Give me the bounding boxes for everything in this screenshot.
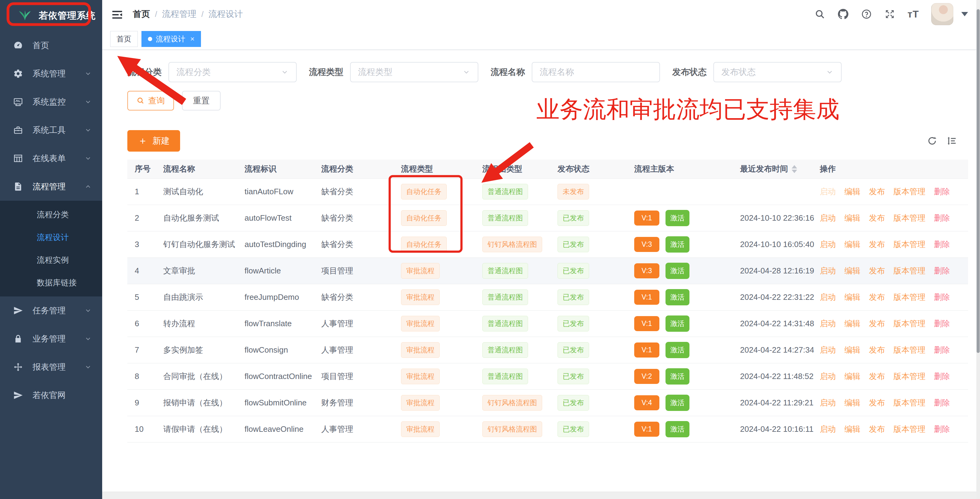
version-manage-link[interactable]: 版本管理 [894, 292, 925, 302]
start-link[interactable]: 启动 [820, 319, 836, 328]
tab-close-icon[interactable]: × [190, 35, 194, 43]
cell-actions: 启动编辑发布版本管理删除 [816, 371, 968, 382]
delete-link[interactable]: 删除 [934, 266, 950, 275]
version-manage-link[interactable]: 版本管理 [894, 424, 925, 434]
edit-link[interactable]: 编辑 [845, 319, 860, 328]
row-density-icon[interactable] [947, 136, 957, 146]
sidebar-item-online-forms[interactable]: 在线表单 [0, 144, 102, 172]
publish-link[interactable]: 发布 [869, 398, 885, 407]
delete-link[interactable]: 删除 [934, 187, 950, 196]
sidebar-item-report-management[interactable]: 报表管理 [0, 353, 102, 381]
publish-link[interactable]: 发布 [869, 345, 885, 354]
edit-link[interactable]: 编辑 [845, 345, 860, 354]
delete-link[interactable]: 删除 [934, 398, 950, 407]
start-link[interactable]: 启动 [820, 292, 836, 302]
publish-link[interactable]: 发布 [869, 424, 885, 434]
edit-link[interactable]: 编辑 [845, 266, 860, 275]
edit-link[interactable]: 编辑 [845, 398, 860, 407]
cell-process-key: flowTranslate [241, 319, 318, 328]
user-menu-caret-icon[interactable] [961, 12, 968, 16]
version-manage-link[interactable]: 版本管理 [894, 240, 925, 249]
tab-item[interactable]: 首页 [110, 31, 138, 47]
version-manage-link[interactable]: 版本管理 [894, 371, 925, 381]
sidebar-item-task-management[interactable]: 任务管理 [0, 297, 102, 325]
sidebar-item-database-link[interactable]: 数据库链接 [0, 271, 102, 294]
name-input[interactable] [532, 62, 660, 82]
publish-link[interactable]: 发布 [869, 319, 885, 328]
publish-link[interactable]: 发布 [869, 187, 885, 196]
sort-carets-icon[interactable] [792, 165, 797, 173]
move-icon [13, 362, 23, 372]
breadcrumb-item[interactable]: 首页 [133, 8, 150, 20]
publish-link[interactable]: 发布 [869, 213, 885, 223]
sidebar-item-process-management[interactable]: 流程管理 [0, 172, 102, 201]
diagram-type-tag: 普通流程图 [482, 210, 528, 226]
edit-link[interactable]: 编辑 [845, 240, 860, 249]
cell-category: 人事管理 [318, 318, 397, 329]
delete-link[interactable]: 删除 [934, 213, 950, 223]
edit-link[interactable]: 编辑 [845, 424, 860, 434]
sidebar-item-ruoyi-website[interactable]: 若依官网 [0, 381, 102, 410]
start-link[interactable]: 启动 [820, 266, 836, 275]
app-logo[interactable]: 若依管理系统 [0, 0, 102, 31]
publish-link[interactable]: 发布 [869, 266, 885, 275]
github-icon[interactable] [838, 9, 849, 20]
search-icon[interactable] [814, 9, 826, 20]
sidebar: 若依管理系统 首页系统管理系统监控系统工具在线表单流程管理流程分类流程设计流程实… [0, 0, 102, 499]
version-manage-link[interactable]: 版本管理 [894, 187, 925, 196]
status-select[interactable]: 发布状态 [713, 62, 842, 82]
start-link[interactable]: 启动 [820, 345, 836, 354]
delete-link[interactable]: 删除 [934, 345, 950, 354]
help-icon[interactable] [861, 9, 872, 20]
version-manage-link[interactable]: 版本管理 [894, 319, 925, 328]
sidebar-item-system-monitor[interactable]: 系统监控 [0, 88, 102, 116]
scrollbar-thumb[interactable] [977, 9, 980, 353]
start-link[interactable]: 启动 [820, 424, 836, 434]
start-link[interactable]: 启动 [820, 213, 836, 223]
edit-link[interactable]: 编辑 [845, 371, 860, 381]
delete-link[interactable]: 删除 [934, 240, 950, 249]
cell-process-key: autoTestDingding [241, 240, 318, 249]
sidebar-item-system-tools[interactable]: 系统工具 [0, 116, 102, 144]
edit-link[interactable]: 编辑 [845, 187, 860, 196]
bottom-scrollbar-track[interactable] [102, 492, 980, 499]
user-avatar[interactable] [931, 3, 953, 25]
font-size-icon[interactable]: тT [908, 9, 919, 20]
delete-link[interactable]: 删除 [934, 424, 950, 434]
start-link[interactable]: 启动 [820, 187, 836, 196]
version-manage-link[interactable]: 版本管理 [894, 213, 925, 223]
refresh-icon[interactable] [927, 136, 937, 146]
start-link[interactable]: 启动 [820, 371, 836, 381]
vertical-scrollbar[interactable] [976, 0, 980, 499]
search-button[interactable]: 查询 [127, 91, 174, 110]
sidebar-item-home[interactable]: 首页 [0, 31, 102, 59]
publish-link[interactable]: 发布 [869, 292, 885, 302]
version-manage-link[interactable]: 版本管理 [894, 345, 925, 354]
tab-active[interactable]: 流程设计× [142, 31, 201, 47]
version-manage-link[interactable]: 版本管理 [894, 266, 925, 275]
filter-category-label: 流程分类 [127, 66, 162, 78]
delete-link[interactable]: 删除 [934, 292, 950, 302]
version-manage-link[interactable]: 版本管理 [894, 398, 925, 407]
delete-link[interactable]: 删除 [934, 371, 950, 381]
sidebar-item-process-instance[interactable]: 流程实例 [0, 249, 102, 271]
active-badge: 激活 [665, 236, 689, 253]
type-select[interactable]: 流程类型 [350, 62, 478, 82]
start-link[interactable]: 启动 [820, 240, 836, 249]
cell-diagram-type: 普通流程图 [479, 368, 554, 384]
publish-link[interactable]: 发布 [869, 240, 885, 249]
publish-link[interactable]: 发布 [869, 371, 885, 381]
sidebar-item-process-design[interactable]: 流程设计 [0, 226, 102, 249]
create-button[interactable]: ＋ 新建 [127, 130, 180, 151]
fullscreen-icon[interactable] [884, 9, 895, 20]
sidebar-item-system-management[interactable]: 系统管理 [0, 59, 102, 88]
category-select[interactable]: 流程分类 [169, 62, 297, 82]
edit-link[interactable]: 编辑 [845, 213, 860, 223]
sidebar-item-process-category[interactable]: 流程分类 [0, 203, 102, 226]
edit-link[interactable]: 编辑 [845, 292, 860, 302]
start-link[interactable]: 启动 [820, 398, 836, 407]
reset-button[interactable]: 重置 [182, 91, 221, 110]
sidebar-item-business-management[interactable]: 业务管理 [0, 325, 102, 353]
sidebar-collapse-icon[interactable] [111, 9, 123, 19]
delete-link[interactable]: 删除 [934, 319, 950, 328]
